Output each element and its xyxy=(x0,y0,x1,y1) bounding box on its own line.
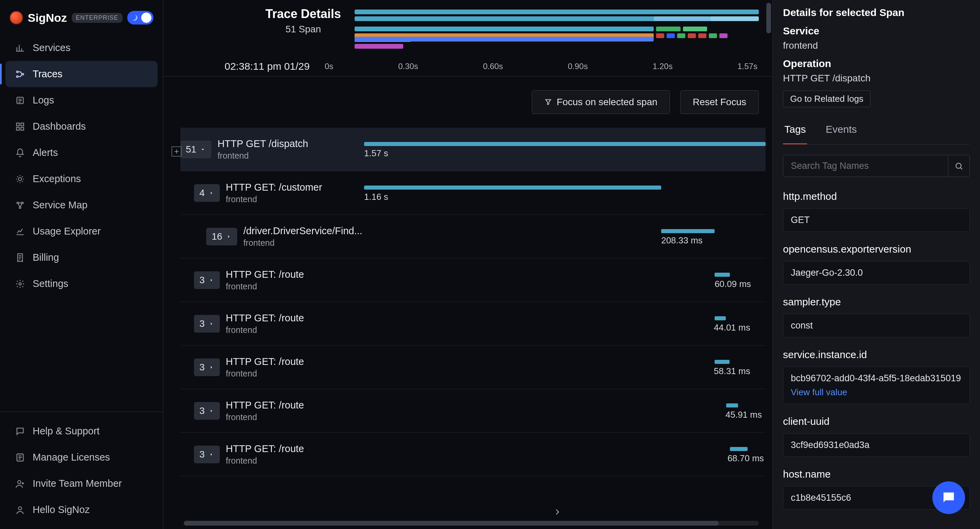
tag-key: service.instance.id xyxy=(783,349,970,360)
span-row[interactable]: 3HTTP GET: /routefrontend45.91 ms xyxy=(180,389,765,433)
moon-icon xyxy=(131,14,137,21)
span-count-chip[interactable]: 3 xyxy=(194,446,220,463)
horizontal-scrollbar[interactable] xyxy=(184,521,759,526)
span-service: frontend xyxy=(226,412,304,422)
view-full-value-link[interactable]: View full value xyxy=(791,387,962,398)
span-row[interactable]: 3HTTP GET: /routefrontend44.01 ms xyxy=(180,302,765,346)
sidebar-item-dashboards[interactable]: Dashboards xyxy=(5,113,158,140)
span-tree[interactable]: 51HTTP GET /dispatchfrontend1.57 s4HTTP … xyxy=(163,127,772,518)
sidebar-item-usage-explorer[interactable]: Usage Explorer xyxy=(5,218,158,244)
nav-label: Services xyxy=(33,42,70,53)
span-bar[interactable] xyxy=(730,447,748,451)
span-operation: HTTP GET: /route xyxy=(226,443,304,454)
tag-key: client-uuid xyxy=(783,416,970,427)
span-operation: HTTP GET: /route xyxy=(226,356,304,367)
svg-point-16 xyxy=(956,163,961,168)
service-value: frontend xyxy=(783,40,970,51)
sidebar-item-manage-licenses[interactable]: Manage Licenses xyxy=(5,444,158,470)
span-count-chip[interactable]: 51 xyxy=(180,140,211,158)
trace-overview-bars[interactable] xyxy=(355,7,759,43)
span-duration: 1.16 s xyxy=(364,192,388,202)
sidebar-item-invite-team-member[interactable]: Invite Team Member xyxy=(5,470,158,497)
span-count-chip[interactable]: 16 xyxy=(206,228,237,245)
time-axis-mark: 0.90s xyxy=(568,62,588,71)
span-operation: HTTP GET: /route xyxy=(226,312,304,324)
span-row[interactable]: 51HTTP GET /dispatchfrontend1.57 s xyxy=(180,127,765,171)
span-label: HTTP GET: /routefrontend xyxy=(226,356,304,379)
span-service: frontend xyxy=(226,194,322,204)
span-bar[interactable] xyxy=(364,142,765,146)
tag-key: http.method xyxy=(783,191,970,202)
nav-label: Help & Support xyxy=(33,425,100,437)
reset-focus-button[interactable]: Reset Focus xyxy=(680,90,759,114)
span-bar[interactable] xyxy=(364,185,661,190)
span-bar[interactable] xyxy=(714,360,730,364)
tab-tags[interactable]: Tags xyxy=(783,118,807,144)
span-operation: /driver.DriverService/Find... xyxy=(243,225,363,237)
span-count: 4 xyxy=(199,188,205,198)
sidebar-item-services[interactable]: Services xyxy=(5,35,158,61)
span-bar[interactable] xyxy=(714,272,730,277)
span-row[interactable]: 3HTTP GET: /routefrontend58.31 ms xyxy=(180,346,765,389)
span-bar[interactable] xyxy=(661,229,714,233)
span-count-chip[interactable]: 3 xyxy=(194,402,220,420)
chevron-right-icon xyxy=(208,451,215,457)
chevron-right-icon xyxy=(208,364,215,370)
sidebar-item-hello-signoz[interactable]: Hello SigNoz xyxy=(5,497,158,523)
span-row[interactable]: 3HTTP GET: /routefrontend68.70 ms xyxy=(180,433,765,476)
expand-all-button[interactable]: + xyxy=(172,147,182,156)
sidebar-item-logs[interactable]: Logs xyxy=(5,87,158,113)
span-count-chip[interactable]: 3 xyxy=(194,359,220,376)
search-icon xyxy=(955,162,963,170)
sidebar-item-traces[interactable]: Traces xyxy=(5,61,158,87)
sidebar-item-exceptions[interactable]: Exceptions xyxy=(5,166,158,192)
toggle-knob xyxy=(141,13,151,23)
span-service: frontend xyxy=(226,282,304,292)
gear-icon xyxy=(15,279,25,289)
tag-search-input[interactable] xyxy=(783,155,948,177)
tags-list: http.methodGETopencensus.exporterversion… xyxy=(783,191,970,510)
nav-label: Logs xyxy=(33,95,54,106)
span-bar[interactable] xyxy=(726,403,738,408)
vertical-scrollbar[interactable] xyxy=(765,0,772,529)
span-bar[interactable] xyxy=(714,316,726,320)
time-axis-mark: 1.57s xyxy=(737,62,757,71)
tag-search-button[interactable] xyxy=(948,155,970,177)
span-count: 3 xyxy=(199,275,205,285)
span-label: HTTP GET: /routefrontend xyxy=(226,312,304,335)
sidebar-item-help-support[interactable]: Help & Support xyxy=(5,418,158,444)
chevron-right-icon xyxy=(553,507,562,517)
svg-point-1 xyxy=(17,76,18,77)
focus-span-button[interactable]: Focus on selected span xyxy=(532,90,670,114)
span-count-chip[interactable]: 3 xyxy=(194,315,220,333)
user-plus-icon xyxy=(15,479,25,489)
chat-fab[interactable] xyxy=(932,481,965,514)
brand-name: SigNoz xyxy=(28,11,67,24)
span-row[interactable]: 3HTTP GET: /routefrontend60.09 ms xyxy=(180,258,765,302)
sidebar-item-service-map[interactable]: Service Map xyxy=(5,192,158,218)
span-count-chip[interactable]: 4 xyxy=(194,184,220,202)
nav-footer: Help & SupportManage LicensesInvite Team… xyxy=(0,411,163,523)
grid-icon xyxy=(15,121,25,132)
collapse-details-button[interactable] xyxy=(550,505,564,519)
span-count-chip[interactable]: 3 xyxy=(194,271,220,289)
theme-toggle[interactable] xyxy=(127,11,153,24)
span-row[interactable]: 16/driver.DriverService/Find...frontend2… xyxy=(180,215,765,258)
span-label: HTTP GET: /routefrontend xyxy=(226,400,304,422)
nav-label: Hello SigNoz xyxy=(33,504,90,515)
chevron-right-icon xyxy=(226,234,232,240)
span-duration: 44.01 ms xyxy=(714,322,750,333)
span-service: frontend xyxy=(243,238,363,248)
span-row[interactable]: 4HTTP GET: /customerfrontend1.16 s xyxy=(180,171,765,215)
related-logs-button[interactable]: Go to Related logs xyxy=(783,91,870,107)
bar-chart-icon xyxy=(15,43,25,53)
span-duration: 1.57 s xyxy=(364,148,388,159)
sidebar-item-billing[interactable]: Billing xyxy=(5,244,158,271)
tag-value: 3cf9ed6931e0ad3a xyxy=(783,433,970,457)
sidebar-item-settings[interactable]: Settings xyxy=(5,271,158,297)
chevron-right-icon xyxy=(208,190,215,196)
details-tabs: Tags Events xyxy=(783,118,970,145)
trace-title: Trace Details xyxy=(266,7,341,21)
sidebar-item-alerts[interactable]: Alerts xyxy=(5,140,158,166)
tab-events[interactable]: Events xyxy=(824,118,858,144)
